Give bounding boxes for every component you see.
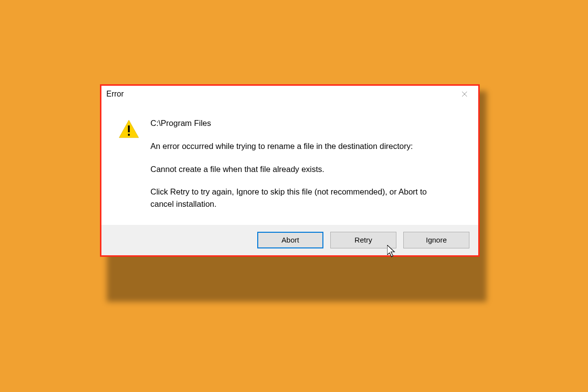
ignore-button[interactable]: Ignore: [403, 232, 469, 248]
close-icon: [462, 91, 467, 97]
dialog-title: Error: [106, 90, 124, 98]
icon-column: [115, 117, 140, 210]
message-text: C:\Program Files An error occurred while…: [150, 117, 465, 210]
warning-icon: [118, 119, 140, 139]
svg-rect-3: [128, 125, 130, 132]
error-dialog: Error C:\Program Files An error occurred…: [100, 84, 480, 257]
svg-rect-4: [128, 134, 130, 136]
retry-button[interactable]: Retry: [330, 232, 396, 248]
button-bar: Abort Retry Ignore: [101, 225, 478, 255]
error-intro: An error occurred while trying to rename…: [150, 140, 445, 152]
error-instruction: Click Retry to try again, Ignore to skip…: [150, 186, 445, 210]
close-button[interactable]: [455, 88, 474, 100]
dialog-content: C:\Program Files An error occurred while…: [101, 102, 478, 225]
error-detail: Cannot create a file when that file alre…: [150, 163, 445, 175]
error-path: C:\Program Files: [150, 117, 445, 129]
titlebar: Error: [101, 86, 478, 102]
abort-button[interactable]: Abort: [257, 232, 323, 248]
